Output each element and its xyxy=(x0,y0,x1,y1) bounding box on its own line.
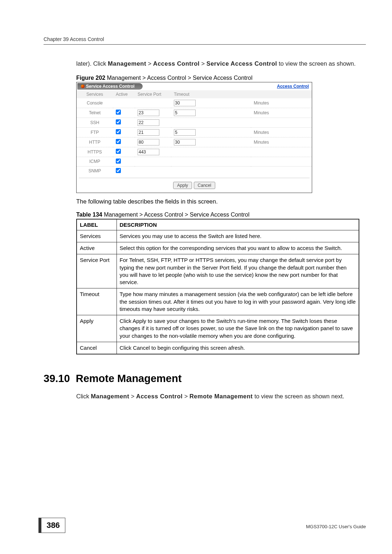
section-heading: 39.10 Remote Management xyxy=(44,373,366,385)
table-row: Apply Click Apply to save your changes t… xyxy=(77,315,359,342)
table-row: FTP Minutes xyxy=(77,127,312,137)
section-title: Remote Management xyxy=(76,373,182,384)
th-port: Service Port xyxy=(135,90,171,98)
svc-icmp: ICMP xyxy=(77,157,113,166)
ssh-port-input[interactable] xyxy=(138,119,159,126)
table-label: Table 134 xyxy=(76,212,102,218)
row-label: Services xyxy=(77,230,117,242)
https-active-checkbox[interactable] xyxy=(116,149,121,154)
row-label: Active xyxy=(77,242,117,254)
svc-snmp: SNMP xyxy=(77,166,113,176)
service-access-control-panel: Service Access Control Access Control Se… xyxy=(76,82,312,193)
tab-dot-icon xyxy=(81,85,85,88)
minutes-label: Minutes xyxy=(251,108,312,118)
icmp-active-checkbox[interactable] xyxy=(116,159,121,164)
figure-caption-text: Management > Access Control > Service Ac… xyxy=(105,75,253,81)
svc-ftp: FTP xyxy=(77,127,113,137)
http-timeout-input[interactable] xyxy=(174,139,196,145)
table-caption: Table 134 Management > Access Control > … xyxy=(76,212,366,218)
http-port-input[interactable] xyxy=(138,139,159,145)
panel-title-text: Service Access Control xyxy=(86,84,135,89)
telnet-active-checkbox[interactable] xyxy=(116,110,121,115)
ftp-active-checkbox[interactable] xyxy=(116,129,121,134)
intro-text-1: later). Click xyxy=(76,60,108,67)
table-intro-text: The following table describes the fields… xyxy=(76,198,366,205)
table-row: Telnet Minutes xyxy=(77,108,312,118)
https-port-input[interactable] xyxy=(138,149,159,155)
table-row: Active Select this option for the corres… xyxy=(77,242,359,254)
th-services: Services xyxy=(77,90,113,98)
row-desc: Type how many minutes a management sessi… xyxy=(117,288,359,315)
svc-ssh: SSH xyxy=(77,118,113,127)
figure-caption: Figure 202 Management > Access Control >… xyxy=(76,75,366,81)
section-number: 39.10 xyxy=(44,373,70,384)
row-label: Service Port xyxy=(77,254,117,288)
row-label: Timeout xyxy=(77,288,117,315)
th-timeout: Timeout xyxy=(171,90,312,98)
table-row: HTTPS xyxy=(77,147,312,157)
table-row: Cancel Click Cancel to begin configuring… xyxy=(77,342,359,354)
cancel-button[interactable]: Cancel xyxy=(194,182,215,189)
row-label: Apply xyxy=(77,315,117,342)
nav-management: Management xyxy=(108,60,146,67)
nav-access-control-2: Access Control xyxy=(136,393,183,399)
http-active-checkbox[interactable] xyxy=(116,139,121,144)
nav-management-2: Management xyxy=(91,393,129,399)
row-desc: For Telnet, SSH, FTP, HTTP or HTTPS serv… xyxy=(117,254,359,288)
description-table: LABEL DESCRIPTION Services Services you … xyxy=(76,219,359,354)
ftp-timeout-input[interactable] xyxy=(174,129,196,136)
row-desc: Services you may use to access the Switc… xyxy=(117,230,359,242)
table-row: ICMP xyxy=(77,157,312,166)
minutes-label: Minutes xyxy=(251,127,312,137)
figure-label: Figure 202 xyxy=(76,75,105,81)
nav-service-access-control: Service Access Control xyxy=(207,60,277,67)
minutes-label: Minutes xyxy=(251,98,312,108)
page-header: Chapter 39 Access Control xyxy=(44,36,366,45)
table-row: Timeout Type how many minutes a manageme… xyxy=(77,288,359,315)
nav-remote-management: Remote Management xyxy=(189,393,253,399)
row-label: Cancel xyxy=(77,342,117,354)
services-table: Services Active Service Port Timeout Con… xyxy=(77,90,312,176)
th-active: Active xyxy=(113,90,135,98)
table-row: Service Port For Telnet, SSH, FTP, HTTP … xyxy=(77,254,359,288)
svc-http: HTTP xyxy=(77,137,113,147)
telnet-port-input[interactable] xyxy=(138,110,159,116)
nav-access-control: Access Control xyxy=(153,60,200,67)
svc-telnet: Telnet xyxy=(77,108,113,118)
panel-header: Service Access Control Access Control xyxy=(77,82,312,90)
page-number-box: 386 xyxy=(38,518,65,533)
intro-paragraph: later). Click Management > Access Contro… xyxy=(76,59,366,68)
th-description: DESCRIPTION xyxy=(117,219,359,230)
apply-button[interactable]: Apply xyxy=(173,182,192,189)
content-area: later). Click Management > Access Contro… xyxy=(44,45,366,401)
telnet-timeout-input[interactable] xyxy=(174,110,196,116)
row-desc: Select this option for the corresponding… xyxy=(117,242,359,254)
table-row: SNMP xyxy=(77,166,312,176)
snmp-active-checkbox[interactable] xyxy=(116,168,121,173)
guide-name: MGS3700-12C User's Guide xyxy=(306,524,366,529)
table-caption-text: Management > Access Control > Service Ac… xyxy=(102,212,250,218)
svc-console: Console xyxy=(77,98,113,108)
row-desc: Click Cancel to begin configuring this s… xyxy=(117,342,359,354)
svc-https: HTTPS xyxy=(77,147,113,157)
row-desc: Click Apply to save your changes to the … xyxy=(117,315,359,342)
table-row: Services Services you may use to access … xyxy=(77,230,359,242)
button-row: Apply Cancel xyxy=(77,178,312,193)
ssh-active-checkbox[interactable] xyxy=(116,119,121,124)
ftp-port-input[interactable] xyxy=(138,129,159,136)
console-timeout-input[interactable] xyxy=(174,100,196,106)
table-row: HTTP Minutes xyxy=(77,137,312,147)
th-label: LABEL xyxy=(77,219,117,230)
intro-text-2: to view the screen as shown. xyxy=(277,60,355,67)
section-body: Click Management > Access Control > Remo… xyxy=(76,392,366,401)
table-row: SSH xyxy=(77,118,312,127)
minutes-label: Minutes xyxy=(251,137,312,147)
table-row: Console Minutes xyxy=(77,98,312,108)
access-control-link[interactable]: Access Control xyxy=(277,84,309,89)
panel-title-tab: Service Access Control xyxy=(77,83,143,90)
